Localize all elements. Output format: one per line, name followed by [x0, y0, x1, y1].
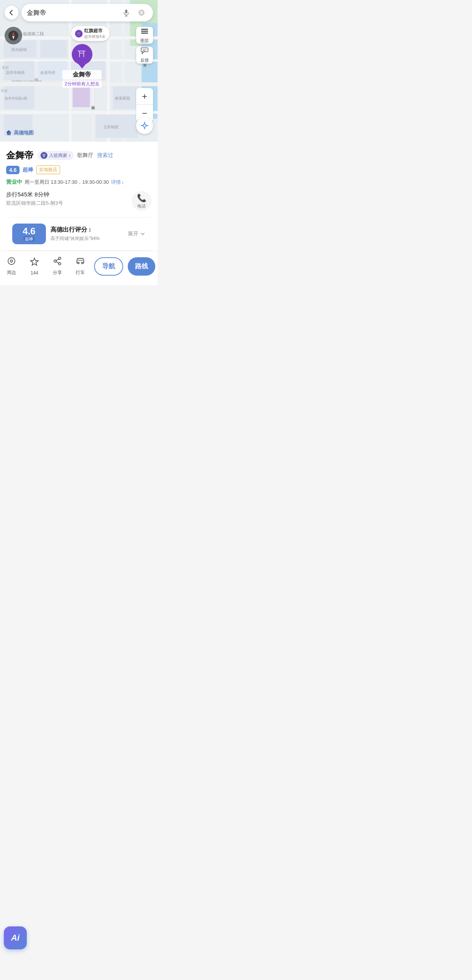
supermarket-badge[interactable]: 🛒 红旗超市 超市榜第4名	[71, 26, 109, 41]
svg-point-51	[143, 124, 146, 127]
pin-name: 金舞帝	[62, 70, 102, 80]
amap-logo: 高德地图	[5, 129, 34, 136]
clear-button[interactable]	[135, 7, 148, 19]
svg-line-65	[56, 261, 59, 263]
open-status: 营业中	[6, 179, 22, 186]
back-button[interactable]	[5, 6, 18, 20]
svg-text:南港家园: 南港家园	[115, 96, 130, 100]
svg-text:临港路二段: 临港路二段	[23, 31, 44, 36]
svg-line-64	[56, 259, 59, 260]
info-icon: ℹ	[89, 227, 91, 233]
zoom-in-button[interactable]: +	[136, 88, 153, 105]
taxi-label: 打车	[76, 270, 85, 276]
phone-icon: 📞	[137, 193, 146, 203]
mic-button[interactable]	[120, 7, 132, 19]
svg-point-67	[81, 262, 83, 264]
svg-rect-48	[141, 33, 148, 34]
feedback-button[interactable]: 反馈	[136, 47, 153, 64]
svg-text:王府锦苑: 王府锦苑	[103, 125, 119, 129]
compass-button[interactable]	[5, 27, 22, 44]
supermarket-name: 红旗超市 超市榜第4名	[84, 28, 106, 39]
svg-marker-60	[31, 258, 38, 265]
phone-button[interactable]: 📞 电话	[132, 191, 151, 211]
rating-label: 超棒	[23, 167, 33, 173]
address-text: 双流区锦华路二段5-附3号	[6, 200, 63, 207]
verified-badge: 实地验店	[36, 165, 60, 174]
category-tag: 歌舞厅	[77, 152, 93, 159]
detail-panel: 金舞帝 V 入驻商家 › 歌舞厅 搜索过 4.6 超棒 实地验店 营业中 周一至…	[0, 142, 158, 251]
layers-button[interactable]: 图层	[136, 27, 153, 44]
taxi-nav-item[interactable]: 打车	[69, 255, 92, 278]
map-controls: 图层 反馈	[136, 27, 153, 64]
svg-point-63	[59, 263, 61, 265]
svg-rect-46	[141, 29, 148, 30]
svg-point-62	[54, 260, 56, 262]
address-row: 步行545米 8分钟 双流区锦华路二段5-附3号 📞 电话	[6, 191, 151, 217]
share-label: 分享	[53, 270, 62, 276]
bottom-nav: 周边 144 分享	[0, 251, 158, 285]
svg-point-59	[10, 260, 13, 262]
search-container[interactable]: 金舞帝	[21, 4, 153, 21]
hours-row: 营业中 周一至周日 13:30-17:30，19:30-00:30 详情 ›	[6, 179, 151, 186]
pin-bubble: ⛩	[72, 44, 92, 65]
place-name: 金舞帝	[6, 149, 34, 162]
merchant-badge[interactable]: V 入驻商家 ›	[37, 151, 73, 160]
nearby-nav-item[interactable]: 周边	[0, 255, 23, 278]
supermarket-icon: 🛒	[75, 30, 83, 38]
taxi-icon	[76, 256, 85, 268]
svg-rect-47	[141, 31, 148, 32]
rating-row: 4.6 超棒 实地验店	[6, 165, 151, 174]
location-button[interactable]	[136, 117, 153, 134]
favorites-count: 144	[31, 270, 38, 276]
distance-text: 步行545米 8分钟	[6, 191, 63, 198]
svg-rect-13	[0, 111, 158, 114]
score-subtitle: 高于同城"休闲娱乐"94%	[50, 235, 100, 242]
score-title: 高德出行评分 ℹ	[50, 226, 100, 234]
favorites-nav-item[interactable]: 144	[23, 256, 46, 277]
search-bar: 金舞帝	[0, 0, 158, 25]
score-section: 4.6 超棒 高德出行评分 ℹ 高于同城"休闲娱乐"94% 展开	[6, 217, 151, 251]
search-history[interactable]: 搜索过	[97, 152, 113, 159]
svg-text:温哥华花园4期: 温哥华花园4期	[5, 96, 27, 100]
svg-text:高速: 高速	[1, 89, 8, 93]
svg-point-58	[8, 258, 15, 265]
hours-text: 周一至周日 13:30-17:30，19:30-00:30	[24, 179, 109, 186]
place-header: 金舞帝 V 入驻商家 › 歌舞厅 搜索过	[6, 149, 151, 162]
share-icon	[53, 256, 62, 268]
rating-badge: 4.6	[6, 166, 20, 174]
svg-text:阳光丽锦: 阳光丽锦	[11, 47, 27, 52]
svg-rect-17	[92, 84, 94, 142]
phone-label: 电话	[137, 203, 146, 209]
nearby-icon	[7, 256, 16, 268]
zoom-controls: + −	[136, 88, 153, 122]
svg-rect-0	[125, 10, 127, 13]
svg-point-66	[78, 262, 79, 264]
details-link[interactable]: 详情 ›	[111, 179, 123, 186]
big-score-badge: 4.6 超棒	[12, 224, 46, 244]
star-icon	[30, 257, 39, 269]
svg-rect-32	[73, 86, 90, 107]
svg-text:温哥华南苑: 温哥华南苑	[6, 70, 25, 75]
expand-button[interactable]: 展开	[128, 230, 145, 237]
search-query: 金舞帝	[27, 8, 117, 17]
map-pin[interactable]: ⛩ 金舞帝 2分钟前有人想去	[62, 44, 102, 88]
merchant-v-icon: V	[41, 152, 47, 159]
route-button[interactable]: 路线	[128, 257, 155, 276]
svg-text:金港华府: 金港华府	[40, 70, 55, 75]
share-nav-item[interactable]: 分享	[46, 255, 69, 278]
nearby-label: 周边	[7, 270, 16, 276]
guide-button[interactable]: 导航	[94, 257, 123, 276]
svg-point-61	[59, 257, 61, 260]
svg-text:客郡: 客郡	[2, 66, 9, 70]
pin-time: 2分钟前有人想去	[62, 80, 102, 88]
